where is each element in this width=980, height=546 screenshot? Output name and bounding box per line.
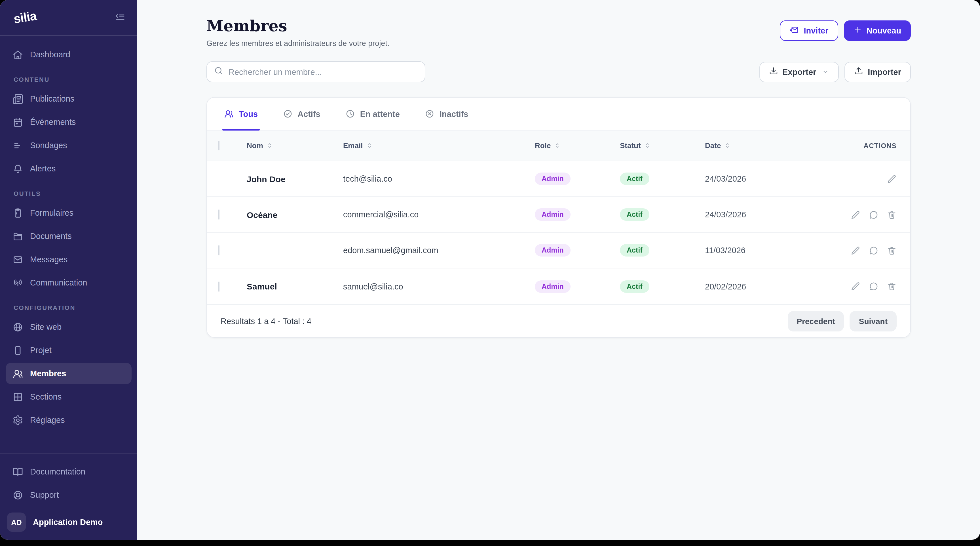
import-button[interactable]: Importer <box>845 62 911 82</box>
next-button[interactable]: Suivant <box>850 311 897 331</box>
sidebar-item-label: Réglages <box>30 415 65 425</box>
sidebar-item-membres[interactable]: Membres <box>6 363 132 384</box>
delete-icon[interactable] <box>887 246 897 255</box>
sidebar-item-site-web[interactable]: Site web <box>6 316 132 338</box>
table-header: NomEmailRoleStatutDateACTIONS <box>207 131 910 161</box>
mail-send-icon <box>789 25 799 36</box>
column-label: Email <box>343 141 363 150</box>
sort-icon <box>554 142 561 149</box>
row-checkbox[interactable] <box>218 209 220 220</box>
delete-icon[interactable] <box>887 210 897 219</box>
profile-row[interactable]: AD Application Demo <box>6 510 132 534</box>
newspaper-icon <box>13 93 23 104</box>
sort-icon <box>644 142 651 149</box>
sidebar-item-messages[interactable]: Messages <box>6 249 132 270</box>
grid-icon <box>13 391 23 402</box>
column-label: Date <box>705 141 721 150</box>
chevron-down-icon <box>822 68 829 75</box>
delete-icon[interactable] <box>887 281 897 291</box>
column-header-nom[interactable]: Nom <box>247 141 343 150</box>
column-label: ACTIONS <box>864 142 897 150</box>
column-label: Statut <box>620 141 641 150</box>
sidebar-item-documentation[interactable]: Documentation <box>6 461 132 482</box>
clipboard-icon <box>13 208 23 218</box>
users-icon <box>224 109 234 119</box>
new-button[interactable]: Nouveau <box>844 21 911 41</box>
section-label-contenu: CONTENU <box>6 67 132 88</box>
sidebar-item-alertes[interactable]: Alertes <box>6 158 132 179</box>
search-input[interactable] <box>229 67 418 76</box>
previous-button[interactable]: Precedent <box>788 311 844 331</box>
table-footer: Resultats 1 a 4 - Total : 4 Precedent Su… <box>207 304 910 337</box>
sidebar-item-label: Documentation <box>30 467 85 476</box>
sidebar-item-support[interactable]: Support <box>6 484 132 506</box>
comment-icon[interactable] <box>869 210 878 219</box>
row-checkbox[interactable] <box>218 281 220 291</box>
select-all-checkbox[interactable] <box>218 141 220 150</box>
calendar-icon <box>13 117 23 128</box>
device-icon <box>13 345 23 356</box>
sidebar-item-formulaires[interactable]: Formulaires <box>6 202 132 224</box>
tab-actifs[interactable]: Actifs <box>283 97 320 130</box>
search-box <box>207 61 425 82</box>
table-row: edom.samuel@gmail.comAdminActif11/03/202… <box>207 233 910 268</box>
tab-en-attente[interactable]: En attente <box>345 97 400 130</box>
column-header-date[interactable]: Date <box>705 141 801 150</box>
sidebar-item-label: Messages <box>30 255 67 264</box>
x-circle-icon <box>425 109 434 119</box>
sidebar-item-label: Dashboard <box>30 50 70 59</box>
sidebar-item-dashboard[interactable]: Dashboard <box>6 44 132 65</box>
members-card: TousActifsEn attenteInactifs NomEmailRol… <box>207 97 911 338</box>
sidebar: silia DashboardCONTENUPublicationsÉvénem… <box>0 0 137 540</box>
column-label: Nom <box>247 141 263 150</box>
sidebar-item-label: Communication <box>30 278 88 287</box>
row-actions <box>801 174 897 184</box>
member-date: 11/03/2026 <box>705 246 801 255</box>
sidebar-item-publications[interactable]: Publications <box>6 88 132 110</box>
lifebuoy-icon <box>13 490 23 500</box>
member-date: 24/03/2026 <box>705 210 801 219</box>
plus-icon <box>854 26 862 36</box>
row-checkbox[interactable] <box>218 245 220 255</box>
invite-button[interactable]: Inviter <box>780 21 838 41</box>
sidebar-collapse-icon[interactable] <box>115 12 126 23</box>
column-header-statut[interactable]: Statut <box>620 141 705 150</box>
tab-tous[interactable]: Tous <box>224 97 258 130</box>
sidebar-item-sections[interactable]: Sections <box>6 386 132 407</box>
edit-icon[interactable] <box>851 246 860 255</box>
broadcast-icon <box>13 277 23 288</box>
column-header-email[interactable]: Email <box>343 141 535 150</box>
silia-logo: silia <box>13 8 37 27</box>
member-email: tech@silia.co <box>343 174 535 183</box>
sidebar-item-reglages[interactable]: Réglages <box>6 409 132 431</box>
sidebar-item-sondages[interactable]: Sondages <box>6 134 132 156</box>
comment-icon[interactable] <box>869 281 878 291</box>
sidebar-item-label: Sondages <box>30 141 67 150</box>
sidebar-item-projet[interactable]: Projet <box>6 339 132 361</box>
check-circle-icon <box>283 109 292 119</box>
sidebar-item-label: Alertes <box>30 164 56 173</box>
main-area: Membres Gerez les membres et administrat… <box>137 0 980 540</box>
poll-icon <box>13 140 23 151</box>
sort-icon <box>366 142 373 149</box>
sidebar-item-label: Site web <box>30 322 62 332</box>
sidebar-item-label: Support <box>30 490 59 500</box>
edit-icon[interactable] <box>887 174 897 184</box>
edit-icon[interactable] <box>851 210 860 219</box>
sidebar-nav: DashboardCONTENUPublicationsÉvénementsSo… <box>0 36 137 453</box>
sort-icon <box>724 142 731 149</box>
sidebar-item-documents[interactable]: Documents <box>6 225 132 247</box>
export-button[interactable]: Exporter <box>759 62 839 82</box>
column-header-role[interactable]: Role <box>535 141 620 150</box>
status-badge: Actif <box>620 280 649 292</box>
tab-bar: TousActifsEn attenteInactifs <box>207 97 910 131</box>
sidebar-item-evenements[interactable]: Événements <box>6 111 132 133</box>
tab-inactifs[interactable]: Inactifs <box>425 97 468 130</box>
comment-icon[interactable] <box>869 246 878 255</box>
edit-icon[interactable] <box>851 281 860 291</box>
sidebar-item-communication[interactable]: Communication <box>6 272 132 294</box>
table-row: Samuelsamuel@silia.coAdminActif20/02/202… <box>207 268 910 304</box>
member-email: edom.samuel@gmail.com <box>343 246 535 255</box>
member-name: John Doe <box>247 174 343 184</box>
table-row: Océanecommercial@silia.coAdminActif24/03… <box>207 197 910 233</box>
